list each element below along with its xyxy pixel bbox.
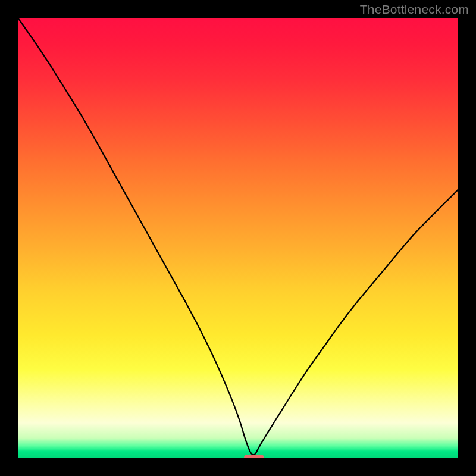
watermark-text: TheBottleneck.com [360,2,469,17]
chart-frame: TheBottleneck.com [0,0,476,476]
bottleneck-curve [18,18,458,458]
optimal-range-marker [244,455,265,458]
plot-area [18,18,458,458]
